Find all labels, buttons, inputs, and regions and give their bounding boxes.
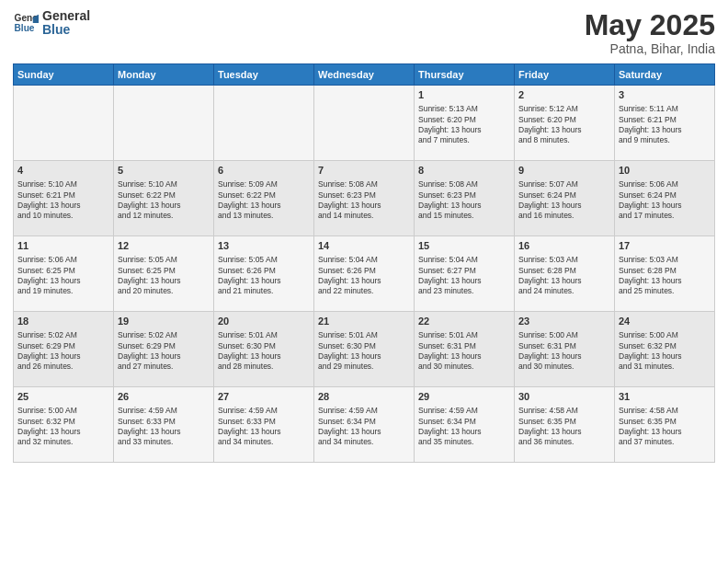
calendar-cell	[14, 86, 114, 161]
calendar-cell: 23Sunrise: 5:00 AM Sunset: 6:31 PM Dayli…	[515, 312, 615, 387]
day-number: 20	[218, 315, 310, 328]
calendar-cell: 4Sunrise: 5:10 AM Sunset: 6:21 PM Daylig…	[14, 161, 114, 236]
calendar-week-row: 25Sunrise: 5:00 AM Sunset: 6:32 PM Dayli…	[14, 387, 715, 463]
cell-info: Sunrise: 5:03 AM Sunset: 6:28 PM Dayligh…	[518, 255, 610, 297]
cell-info: Sunrise: 5:01 AM Sunset: 6:30 PM Dayligh…	[218, 330, 310, 373]
cell-info: Sunrise: 5:08 AM Sunset: 6:23 PM Dayligh…	[418, 179, 510, 222]
calendar-cell	[114, 86, 214, 161]
day-number: 27	[218, 390, 310, 404]
calendar-cell: 28Sunrise: 4:59 AM Sunset: 6:34 PM Dayli…	[314, 387, 415, 463]
calendar-cell: 25Sunrise: 5:00 AM Sunset: 6:32 PM Dayli…	[14, 387, 114, 463]
cell-info: Sunrise: 5:04 AM Sunset: 6:26 PM Dayligh…	[318, 255, 410, 297]
day-number: 23	[518, 315, 610, 328]
day-number: 31	[619, 390, 711, 404]
day-number: 17	[619, 239, 711, 253]
day-number: 7	[318, 164, 410, 178]
calendar-cell: 21Sunrise: 5:01 AM Sunset: 6:30 PM Dayli…	[314, 312, 415, 387]
day-number: 22	[418, 315, 510, 328]
day-number: 4	[17, 164, 109, 178]
day-number: 28	[318, 390, 410, 404]
day-number: 25	[17, 390, 109, 404]
calendar-cell: 30Sunrise: 4:58 AM Sunset: 6:35 PM Dayli…	[515, 387, 615, 463]
calendar-subtitle: Patna, Bihar, India	[585, 41, 715, 56]
calendar-cell: 20Sunrise: 5:01 AM Sunset: 6:30 PM Dayli…	[214, 312, 314, 387]
day-number: 10	[619, 164, 711, 178]
cell-info: Sunrise: 5:05 AM Sunset: 6:26 PM Dayligh…	[218, 255, 310, 297]
calendar-cell: 18Sunrise: 5:02 AM Sunset: 6:29 PM Dayli…	[14, 312, 114, 387]
calendar-week-row: 18Sunrise: 5:02 AM Sunset: 6:29 PM Dayli…	[14, 312, 715, 387]
day-number: 24	[619, 315, 711, 328]
day-number: 15	[418, 239, 510, 253]
cell-info: Sunrise: 5:00 AM Sunset: 6:31 PM Dayligh…	[518, 330, 610, 373]
cell-info: Sunrise: 5:04 AM Sunset: 6:27 PM Dayligh…	[418, 255, 510, 297]
calendar-header-row: SundayMondayTuesdayWednesdayThursdayFrid…	[14, 64, 715, 86]
day-number: 19	[118, 315, 210, 328]
calendar-cell: 2Sunrise: 5:12 AM Sunset: 6:20 PM Daylig…	[515, 86, 615, 161]
day-number: 3	[619, 88, 711, 102]
cell-info: Sunrise: 5:11 AM Sunset: 6:21 PM Dayligh…	[619, 104, 711, 146]
day-number: 21	[318, 315, 410, 328]
calendar-week-row: 1Sunrise: 5:13 AM Sunset: 6:20 PM Daylig…	[14, 86, 715, 161]
calendar-cell: 11Sunrise: 5:06 AM Sunset: 6:25 PM Dayli…	[14, 236, 114, 312]
day-number: 16	[518, 239, 610, 253]
cell-info: Sunrise: 5:01 AM Sunset: 6:31 PM Dayligh…	[418, 330, 510, 373]
day-number: 13	[218, 239, 310, 253]
header-monday: Monday	[114, 64, 214, 86]
svg-text:Blue: Blue	[15, 23, 35, 33]
cell-info: Sunrise: 5:03 AM Sunset: 6:28 PM Dayligh…	[619, 255, 711, 297]
calendar-cell: 22Sunrise: 5:01 AM Sunset: 6:31 PM Dayli…	[415, 312, 515, 387]
day-number: 8	[418, 164, 510, 178]
cell-info: Sunrise: 5:10 AM Sunset: 6:22 PM Dayligh…	[118, 179, 210, 222]
day-number: 26	[118, 390, 210, 404]
calendar-table: SundayMondayTuesdayWednesdayThursdayFrid…	[13, 63, 715, 463]
title-block: May 2025 Patna, Bihar, India	[585, 9, 715, 56]
calendar-cell: 26Sunrise: 4:59 AM Sunset: 6:33 PM Dayli…	[114, 387, 214, 463]
header-friday: Friday	[515, 64, 615, 86]
logo-icon: General Blue	[13, 10, 39, 36]
calendar-cell: 14Sunrise: 5:04 AM Sunset: 6:26 PM Dayli…	[314, 236, 415, 312]
calendar-title: May 2025	[585, 9, 715, 41]
cell-info: Sunrise: 5:02 AM Sunset: 6:29 PM Dayligh…	[17, 330, 109, 373]
cell-info: Sunrise: 4:59 AM Sunset: 6:34 PM Dayligh…	[418, 406, 510, 448]
day-number: 29	[418, 390, 510, 404]
day-number: 14	[318, 239, 410, 253]
day-number: 2	[518, 88, 610, 102]
logo: General Blue General Blue	[13, 9, 90, 38]
day-number: 30	[518, 390, 610, 404]
day-number: 1	[418, 88, 510, 102]
logo-text-line2: Blue	[42, 23, 90, 37]
day-number: 12	[118, 239, 210, 253]
cell-info: Sunrise: 5:00 AM Sunset: 6:32 PM Dayligh…	[619, 330, 711, 373]
cell-info: Sunrise: 5:06 AM Sunset: 6:25 PM Dayligh…	[17, 255, 109, 297]
day-number: 5	[118, 164, 210, 178]
day-number: 11	[17, 239, 109, 253]
calendar-cell: 19Sunrise: 5:02 AM Sunset: 6:29 PM Dayli…	[114, 312, 214, 387]
header-saturday: Saturday	[615, 64, 715, 86]
cell-info: Sunrise: 5:02 AM Sunset: 6:29 PM Dayligh…	[118, 330, 210, 373]
cell-info: Sunrise: 5:13 AM Sunset: 6:20 PM Dayligh…	[418, 104, 510, 146]
logo-text-line1: General	[42, 9, 90, 23]
cell-info: Sunrise: 4:59 AM Sunset: 6:34 PM Dayligh…	[318, 406, 410, 448]
day-number: 9	[518, 164, 610, 178]
cell-info: Sunrise: 4:59 AM Sunset: 6:33 PM Dayligh…	[118, 406, 210, 448]
calendar-cell: 27Sunrise: 4:59 AM Sunset: 6:33 PM Dayli…	[214, 387, 314, 463]
calendar-cell	[214, 86, 314, 161]
cell-info: Sunrise: 5:00 AM Sunset: 6:32 PM Dayligh…	[17, 406, 109, 448]
cell-info: Sunrise: 5:06 AM Sunset: 6:24 PM Dayligh…	[619, 179, 711, 222]
header-tuesday: Tuesday	[214, 64, 314, 86]
cell-info: Sunrise: 5:10 AM Sunset: 6:21 PM Dayligh…	[17, 179, 109, 222]
calendar-cell: 5Sunrise: 5:10 AM Sunset: 6:22 PM Daylig…	[114, 161, 214, 236]
cell-info: Sunrise: 5:07 AM Sunset: 6:24 PM Dayligh…	[518, 179, 610, 222]
cell-info: Sunrise: 5:12 AM Sunset: 6:20 PM Dayligh…	[518, 104, 610, 146]
calendar-cell: 12Sunrise: 5:05 AM Sunset: 6:25 PM Dayli…	[114, 236, 214, 312]
calendar-cell: 29Sunrise: 4:59 AM Sunset: 6:34 PM Dayli…	[415, 387, 515, 463]
header-wednesday: Wednesday	[314, 64, 415, 86]
calendar-cell: 24Sunrise: 5:00 AM Sunset: 6:32 PM Dayli…	[615, 312, 715, 387]
day-number: 6	[218, 164, 310, 178]
calendar-cell: 10Sunrise: 5:06 AM Sunset: 6:24 PM Dayli…	[615, 161, 715, 236]
cell-info: Sunrise: 5:01 AM Sunset: 6:30 PM Dayligh…	[318, 330, 410, 373]
calendar-cell: 7Sunrise: 5:08 AM Sunset: 6:23 PM Daylig…	[314, 161, 415, 236]
calendar-week-row: 11Sunrise: 5:06 AM Sunset: 6:25 PM Dayli…	[14, 236, 715, 312]
day-number: 18	[17, 315, 109, 328]
calendar-cell	[314, 86, 415, 161]
